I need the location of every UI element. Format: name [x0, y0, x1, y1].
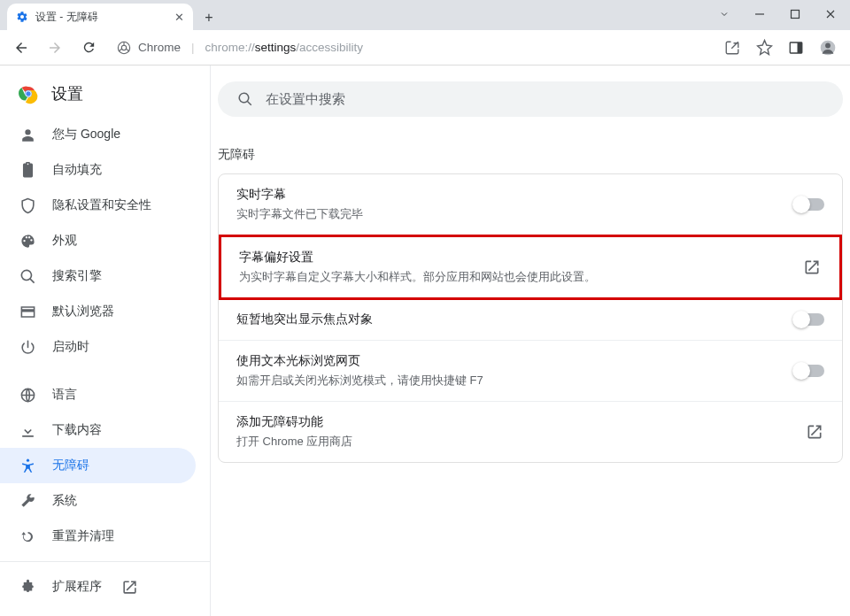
sidebar-item-you-and-google[interactable]: 您与 Google — [0, 117, 196, 152]
settings-title: 设置 — [51, 83, 83, 104]
sidebar-divider — [0, 561, 210, 562]
address-bar[interactable]: Chrome | chrome://settings/accessibility — [108, 35, 712, 61]
person-icon — [19, 127, 36, 143]
tab-strip: 设置 - 无障碍 ✕ + — [0, 4, 221, 30]
open-in-new-icon — [805, 422, 824, 442]
section-title: 无障碍 — [211, 117, 850, 173]
omnibox-url: chrome://settings/accessibility — [205, 41, 364, 54]
dropdown-caret-icon[interactable] — [707, 2, 742, 27]
sidebar-item-privacy[interactable]: 隐私设置和安全性 — [0, 188, 196, 223]
bookmark-star-icon[interactable] — [749, 33, 779, 63]
sidebar-item-reset[interactable]: 重置并清理 — [0, 519, 196, 554]
maximize-button[interactable] — [777, 2, 813, 27]
toggle-focus-highlight[interactable] — [794, 313, 824, 326]
row-title: 短暂地突出显示焦点对象 — [236, 312, 373, 327]
sidebar-item-extensions[interactable]: 扩展程序 — [0, 569, 196, 604]
sidebar-item-languages[interactable]: 语言 — [0, 377, 196, 412]
gear-icon — [16, 11, 28, 23]
power-icon — [19, 339, 36, 356]
accessibility-card: 实时字幕 实时字幕文件已下载完毕 字幕偏好设置 为实时字幕自定义字幕大小和样式。… — [218, 173, 843, 463]
close-icon[interactable]: ✕ — [174, 11, 184, 24]
sidebar-item-downloads[interactable]: 下载内容 — [0, 412, 196, 448]
window-controls — [707, 2, 850, 30]
new-tab-button[interactable]: + — [197, 5, 221, 30]
toolbar-actions — [717, 33, 843, 63]
minimize-button[interactable] — [742, 2, 777, 27]
chrome-icon — [117, 41, 131, 55]
globe-icon — [19, 387, 36, 404]
browser-window-icon — [19, 304, 36, 320]
sidebar-item-system[interactable]: 系统 — [0, 483, 196, 519]
shield-icon — [19, 197, 36, 214]
row-subtitle: 如需开启或关闭光标浏览模式，请使用快捷键 F7 — [236, 373, 483, 389]
svg-point-7 — [825, 42, 831, 48]
toggle-live-caption[interactable] — [794, 198, 824, 211]
sidebar-item-accessibility[interactable]: 无障碍 — [0, 448, 196, 483]
close-window-button[interactable] — [813, 2, 848, 27]
settings-sidebar: 设置 您与 Google 自动填充 隐私设置和安全性 外观 搜索引擎 默认浏览器… — [0, 65, 211, 616]
restore-icon — [19, 528, 36, 545]
settings-main: 在设置中搜索 无障碍 实时字幕 实时字幕文件已下载完毕 字幕偏好设置 为实时字幕… — [211, 65, 850, 616]
row-caret-browsing[interactable]: 使用文本光标浏览网页 如需开启或关闭光标浏览模式，请使用快捷键 F7 — [219, 341, 842, 402]
settings-content: 设置 您与 Google 自动填充 隐私设置和安全性 外观 搜索引擎 默认浏览器… — [0, 65, 850, 616]
row-add-accessibility[interactable]: 添加无障碍功能 打开 Chrome 应用商店 — [219, 402, 842, 462]
wrench-icon — [19, 493, 36, 510]
extensions-icon — [19, 579, 36, 596]
palette-icon — [19, 233, 36, 250]
sidebar-item-on-startup[interactable]: 启动时 — [0, 329, 196, 365]
search-placeholder: 在设置中搜索 — [266, 91, 345, 108]
row-live-caption[interactable]: 实时字幕 实时字幕文件已下载完毕 — [219, 174, 842, 235]
side-panel-icon[interactable] — [781, 33, 811, 63]
row-title: 字幕偏好设置 — [239, 250, 596, 266]
share-icon[interactable] — [717, 33, 747, 63]
row-subtitle: 实时字幕文件已下载完毕 — [236, 206, 363, 222]
row-title: 使用文本光标浏览网页 — [236, 353, 483, 369]
row-focus-highlight[interactable]: 短暂地突出显示焦点对象 — [219, 299, 842, 341]
sidebar-item-autofill[interactable]: 自动填充 — [0, 152, 196, 188]
clipboard-icon — [19, 162, 36, 179]
download-icon — [19, 422, 36, 439]
back-button[interactable] — [7, 34, 35, 62]
row-subtitle: 打开 Chrome 应用商店 — [236, 434, 352, 450]
search-input[interactable]: 在设置中搜索 — [218, 81, 843, 117]
svg-rect-5 — [798, 42, 802, 53]
accessibility-icon — [19, 458, 36, 474]
browser-tab[interactable]: 设置 - 无障碍 ✕ — [7, 4, 193, 30]
sidebar-item-appearance[interactable]: 外观 — [0, 223, 196, 258]
search-icon — [237, 91, 253, 107]
open-in-new-icon — [802, 258, 822, 277]
omnibox-chip: Chrome — [138, 41, 181, 54]
row-title: 实时字幕 — [236, 187, 363, 203]
settings-header: 设置 — [0, 65, 210, 117]
svg-point-3 — [121, 45, 126, 50]
svg-point-12 — [27, 458, 29, 461]
toggle-caret-browsing[interactable] — [794, 365, 824, 377]
tab-title: 设置 - 无障碍 — [35, 10, 98, 25]
row-caption-preferences[interactable]: 字幕偏好设置 为实时字幕自定义字幕大小和样式。部分应用和网站也会使用此设置。 — [219, 235, 842, 300]
profile-avatar-icon[interactable] — [813, 33, 843, 63]
open-in-new-icon — [120, 577, 139, 597]
forward-button[interactable] — [41, 34, 69, 62]
row-subtitle: 为实时字幕自定义字幕大小和样式。部分应用和网站也会使用此设置。 — [239, 269, 596, 285]
chrome-logo-icon — [18, 83, 39, 104]
window-titlebar: 设置 - 无障碍 ✕ + — [0, 0, 850, 30]
search-icon — [19, 268, 36, 285]
row-title: 添加无障碍功能 — [236, 414, 352, 430]
sidebar-item-search-engine[interactable]: 搜索引擎 — [0, 258, 196, 294]
sidebar-item-default-browser[interactable]: 默认浏览器 — [0, 294, 196, 329]
reload-button[interactable] — [74, 34, 103, 62]
svg-rect-1 — [792, 11, 800, 19]
browser-toolbar: Chrome | chrome://settings/accessibility — [0, 30, 850, 65]
